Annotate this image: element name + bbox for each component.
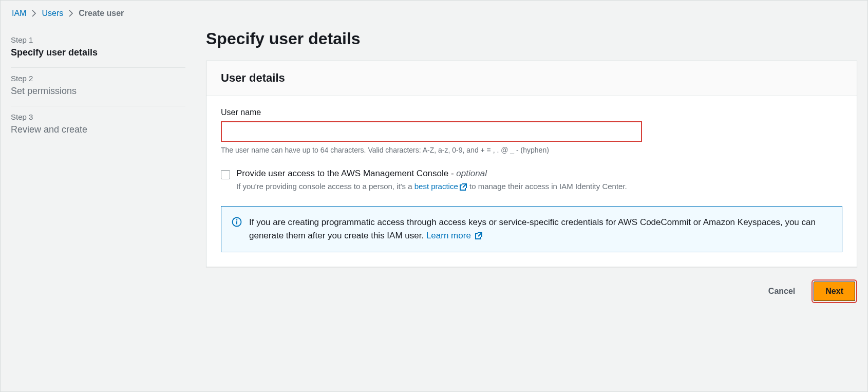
external-link-icon (459, 183, 467, 191)
breadcrumb: IAM Users Create user (11, 9, 857, 18)
username-hint: The user name can have up to 64 characte… (221, 146, 842, 154)
chevron-right-icon (31, 10, 36, 17)
console-access-description: If you're providing console access to a … (236, 181, 627, 193)
cancel-button[interactable]: Cancel (757, 282, 806, 301)
action-bar: Cancel Next (206, 282, 857, 301)
step-title: Review and create (11, 124, 185, 135)
wizard-step-1: Step 1 Specify user details (11, 29, 185, 68)
best-practice-link[interactable]: best practice (414, 182, 467, 191)
info-text: If you are creating programmatic access … (249, 216, 832, 243)
step-title: Set permissions (11, 86, 185, 97)
panel-heading: User details (221, 71, 842, 85)
username-label: User name (221, 108, 842, 117)
wizard-steps: Step 1 Specify user details Step 2 Set p… (11, 29, 185, 381)
next-button[interactable]: Next (814, 282, 855, 301)
learn-more-link[interactable]: Learn more (426, 231, 483, 240)
external-link-icon (475, 232, 483, 240)
breadcrumb-current: Create user (79, 9, 124, 18)
info-icon (232, 217, 242, 229)
step-number: Step 3 (11, 113, 185, 121)
svg-rect-2 (236, 221, 237, 224)
username-input[interactable] (221, 121, 642, 142)
wizard-step-2: Step 2 Set permissions (11, 68, 185, 106)
step-number: Step 2 (11, 74, 185, 83)
page-title: Specify user details (206, 29, 857, 48)
breadcrumb-users[interactable]: Users (42, 9, 63, 18)
console-access-label: Provide user access to the AWS Managemen… (236, 169, 627, 179)
info-box: If you are creating programmatic access … (221, 206, 842, 253)
wizard-step-3: Step 3 Review and create (11, 106, 185, 144)
chevron-right-icon (68, 10, 73, 17)
breadcrumb-iam[interactable]: IAM (12, 9, 26, 18)
step-number: Step 1 (11, 35, 185, 44)
svg-point-1 (236, 219, 238, 220)
step-title: Specify user details (11, 47, 185, 58)
panel-header: User details (206, 61, 857, 96)
user-details-panel: User details User name The user name can… (206, 61, 857, 267)
console-access-checkbox[interactable] (221, 170, 230, 179)
